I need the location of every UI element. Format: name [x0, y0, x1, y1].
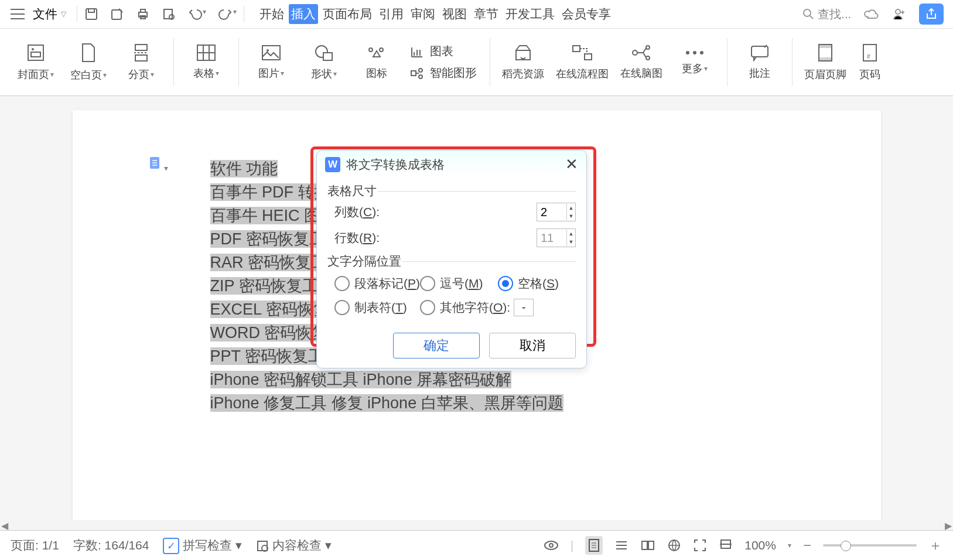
content-check-button[interactable]: 内容检查 ▾ [256, 537, 332, 554]
svg-point-9 [896, 9, 900, 14]
wps-logo-icon: W [325, 157, 340, 172]
separator [244, 6, 244, 22]
page-view-icon[interactable] [585, 536, 603, 555]
cover-page-button[interactable]: 封面页▾ [11, 29, 61, 95]
flowchart-button[interactable]: 在线流程图 [551, 29, 613, 95]
search-icon [802, 8, 814, 20]
columns-label: 列数(C): [334, 204, 537, 220]
svg-point-8 [804, 9, 811, 16]
line-10: iPhone 修复工具 修复 iPhone 白苹果、黑屏等问题 [210, 394, 563, 412]
svg-rect-14 [135, 55, 147, 61]
blank-page-button[interactable]: 空白页▾ [63, 29, 114, 95]
share-button[interactable] [919, 4, 944, 25]
page-break-button[interactable]: 分页▾ [116, 29, 166, 95]
web-view-icon[interactable] [667, 538, 681, 552]
svg-rect-16 [262, 46, 280, 60]
tab-review[interactable]: 审阅 [408, 4, 438, 24]
shapes-button[interactable]: 形状▾ [299, 29, 349, 95]
scroll-left-icon[interactable]: ◀ [0, 520, 9, 531]
eye-icon[interactable] [544, 539, 559, 551]
fit-width-icon[interactable] [719, 538, 733, 554]
zoom-out-icon[interactable]: − [803, 537, 811, 554]
undo-icon[interactable]: ▾ [187, 8, 206, 21]
picture-button[interactable]: 图片▾ [246, 29, 296, 95]
ribbon-tabs: 开始 插入 页面布局 引用 审阅 视图 章节 开发工具 会员专享 [257, 4, 613, 24]
svg-point-30 [686, 51, 689, 54]
zoom-in-icon[interactable]: ＋ [928, 536, 942, 555]
svg-point-21 [380, 48, 383, 52]
svg-rect-35 [819, 45, 832, 48]
more-button[interactable]: 更多▾ [670, 29, 720, 95]
svg-rect-2 [112, 10, 121, 19]
scroll-right-icon[interactable]: ▶ [944, 520, 953, 531]
page-indicator[interactable]: 页面: 1/1 [11, 537, 59, 554]
comment-button[interactable]: 批注 [735, 29, 785, 95]
spin-down[interactable]: ▼ [567, 212, 575, 220]
hamburger-icon[interactable] [11, 8, 25, 20]
option-paragraph[interactable]: 段落标记(P) [334, 275, 420, 292]
tab-member[interactable]: 会员专享 [559, 4, 613, 24]
horizontal-scrollbar[interactable]: ◀ ▶ [0, 520, 953, 531]
focus-view-icon[interactable] [693, 538, 707, 552]
svg-rect-25 [573, 46, 580, 52]
svg-point-29 [646, 56, 650, 60]
option-tab[interactable]: 制表符(T) [334, 299, 420, 316]
svg-rect-1 [88, 9, 94, 12]
line-0: 软件 功能 [210, 160, 278, 177]
spin-down[interactable]: ▼ [567, 238, 575, 246]
svg-point-23 [419, 69, 422, 72]
smart-art-button[interactable]: 智能图形 [410, 65, 477, 81]
section-separator-label: 文字分隔位置 [327, 253, 576, 269]
svg-text:#: # [867, 53, 870, 60]
ok-button[interactable]: 确定 [393, 333, 480, 358]
tab-view[interactable]: 视图 [440, 4, 469, 24]
read-view-icon[interactable] [640, 539, 655, 552]
tab-start[interactable]: 开始 [257, 4, 286, 24]
paragraph-handle-icon[interactable]: ▾ [149, 156, 168, 173]
header-footer-button[interactable]: 页眉页脚 [800, 29, 851, 95]
spin-up[interactable]: ▲ [567, 204, 575, 212]
tab-section[interactable]: 章节 [472, 4, 501, 24]
mindmap-button[interactable]: 在线脑图 [616, 29, 667, 95]
option-comma[interactable]: 逗号(M) [420, 275, 498, 292]
zoom-slider[interactable] [823, 544, 917, 547]
resource-button[interactable]: 稻壳资源 [497, 29, 549, 95]
svg-rect-36 [819, 57, 832, 61]
zoom-level[interactable]: 100% [744, 538, 776, 552]
cancel-button[interactable]: 取消 [489, 333, 576, 358]
word-count[interactable]: 字数: 164/164 [73, 537, 149, 554]
option-space[interactable]: 空格(S) [498, 275, 576, 292]
cloud-sync-icon[interactable] [864, 8, 879, 21]
save-icon[interactable] [84, 7, 98, 21]
tab-reference[interactable]: 引用 [377, 4, 406, 24]
page-number-button[interactable]: # 页码 [853, 29, 886, 95]
file-menu[interactable]: 文件 ▽ [29, 6, 70, 22]
other-char-input[interactable] [514, 299, 534, 316]
tab-insert[interactable]: 插入 [289, 4, 318, 24]
print-icon[interactable] [136, 7, 150, 21]
print-preview-icon[interactable] [162, 7, 176, 21]
columns-input[interactable]: ▲▼ [537, 203, 576, 221]
line-9: iPhone 密码解锁工具 iPhone 屏幕密码破解 [210, 371, 512, 388]
tab-layout[interactable]: 页面布局 [320, 4, 374, 24]
spellcheck-toggle[interactable]: ✓拼写检查 ▾ [163, 537, 242, 554]
spin-up[interactable]: ▲ [567, 230, 575, 238]
separator [77, 6, 77, 22]
svg-point-27 [633, 50, 637, 55]
chart-button[interactable]: 图表 [410, 43, 477, 59]
search-box[interactable]: 查找... [802, 6, 851, 22]
option-other[interactable]: 其他字符(O): [420, 299, 576, 316]
file-label: 文件 [33, 6, 57, 22]
close-icon[interactable]: ✕ [565, 155, 578, 173]
redo-icon[interactable]: ▾ [218, 8, 237, 21]
outline-view-icon[interactable] [614, 539, 628, 551]
tab-dev[interactable]: 开发工具 [503, 4, 557, 24]
table-button[interactable]: 表格▾ [181, 29, 231, 95]
svg-rect-22 [411, 71, 416, 76]
save-as-icon[interactable] [110, 7, 124, 21]
add-user-icon[interactable] [892, 7, 906, 21]
svg-point-28 [646, 46, 650, 49]
rows-input[interactable]: ▲▼ [537, 228, 576, 247]
icons-button[interactable]: 图标 [351, 29, 402, 95]
svg-point-43 [549, 544, 553, 547]
